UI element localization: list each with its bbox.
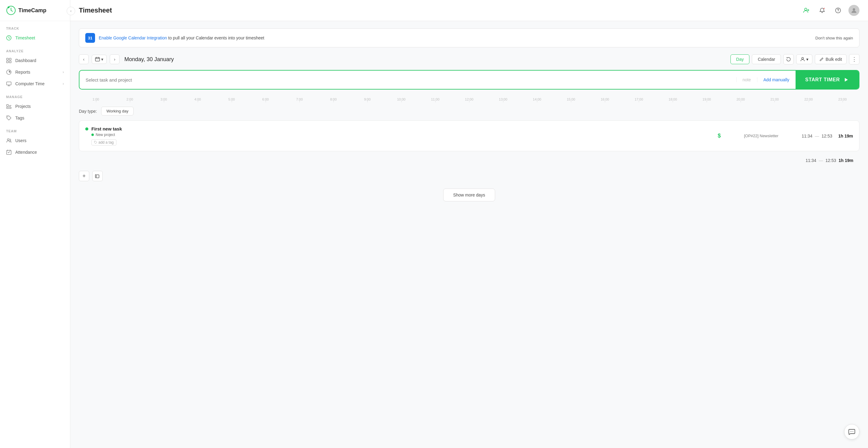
add-tag-button[interactable]: add a tag <box>91 139 117 146</box>
timer-note-label: note <box>736 77 757 82</box>
timeline-hour-label: 13:00 <box>486 97 520 101</box>
timeline-hour-label: 19:00 <box>690 97 724 101</box>
sidebar-item-timesheet[interactable]: Timesheet <box>0 32 70 44</box>
show-more-days-button[interactable]: Show more days <box>443 189 495 201</box>
add-user-button[interactable] <box>801 5 812 16</box>
sidebar-item-users[interactable]: Users <box>0 135 70 147</box>
start-timer-button[interactable]: START TIMER <box>796 71 859 89</box>
topbar-actions <box>801 5 860 16</box>
svg-rect-9 <box>7 104 8 106</box>
svg-point-14 <box>805 8 807 10</box>
timecamp-logo-icon <box>6 5 16 15</box>
timeline-hour-label: 18:00 <box>656 97 690 101</box>
dashboard-icon <box>6 58 11 63</box>
timeline-hour-label: 12:00 <box>452 97 486 101</box>
svg-rect-3 <box>7 58 8 60</box>
user-filter-button[interactable]: ▾ <box>796 54 812 64</box>
calendar-icon: 31 <box>85 33 95 43</box>
day-view-button[interactable]: Day <box>731 54 750 64</box>
reports-chevron-icon: › <box>63 70 64 74</box>
play-icon <box>843 77 849 83</box>
projects-icon <box>6 104 11 109</box>
sidebar-item-computer-time[interactable]: Computer Time › <box>0 78 70 90</box>
task-status-dot <box>85 127 88 130</box>
copy-icon <box>95 173 100 179</box>
page-title: Timesheet <box>79 6 112 14</box>
copy-entry-button[interactable] <box>92 171 103 181</box>
timeline-hour-label: 21:00 <box>758 97 792 101</box>
timeline-hour-label: 2:00 <box>113 97 147 101</box>
timeline-hour-label: 22:00 <box>792 97 826 101</box>
task-project-input[interactable] <box>80 71 736 89</box>
clock-icon <box>6 35 11 41</box>
calendar-picker-icon <box>95 57 100 62</box>
computer-icon <box>6 81 11 87</box>
summary-dash: — <box>819 158 823 163</box>
billing-icon[interactable]: $ <box>718 133 721 139</box>
sidebar-toggle-button[interactable]: ‹ <box>67 7 75 15</box>
help-button[interactable] <box>833 5 843 16</box>
sidebar-item-attendance[interactable]: Attendance <box>0 147 70 158</box>
timeline-hour-label: 20:00 <box>724 97 758 101</box>
tag-add-label: add a tag <box>98 140 114 145</box>
edit-icon <box>819 57 824 61</box>
prev-day-button[interactable]: ‹ <box>79 54 89 64</box>
svg-point-19 <box>853 8 855 11</box>
day-type-label: Day type: <box>79 109 97 114</box>
user-icon <box>800 57 805 62</box>
svg-rect-8 <box>7 82 11 85</box>
sidebar-item-label-reports: Reports <box>15 70 30 74</box>
date-nav-right: Day Calendar ▾ <box>731 54 860 64</box>
task-time-info: 11:34 — 12:53 1h 19m <box>802 133 853 138</box>
svg-rect-5 <box>7 61 8 63</box>
sidebar-item-label-users: Users <box>15 138 27 143</box>
sidebar-item-dashboard[interactable]: Dashboard <box>0 55 70 66</box>
sidebar-item-label-dashboard: Dashboard <box>15 58 36 63</box>
timeline-hour-label: 3:00 <box>147 97 181 101</box>
current-date-label: Monday, 30 January <box>124 56 727 63</box>
sidebar-item-label-attendance: Attendance <box>15 150 37 155</box>
banner-text: Enable Google Calendar Integration to pu… <box>99 35 265 40</box>
users-icon <box>6 138 11 143</box>
timeline-hour-label: 8:00 <box>316 97 350 101</box>
svg-point-21 <box>802 58 804 59</box>
sidebar-item-reports[interactable]: Reports › <box>0 66 70 78</box>
calendar-picker-button[interactable]: ▾ <box>92 55 107 64</box>
banner-link[interactable]: Enable Google Calendar Integration <box>99 35 167 40</box>
add-manually-button[interactable]: Add manually <box>757 77 796 82</box>
google-calendar-banner: 31 Enable Google Calendar Integration to… <box>79 28 860 47</box>
day-type-button[interactable]: Working day <box>101 107 133 116</box>
task-entry-info: First new task New project add a tag <box>85 126 713 146</box>
notifications-button[interactable] <box>817 5 828 16</box>
sidebar-item-projects[interactable]: Projects <box>0 100 70 112</box>
sidebar-item-tags[interactable]: Tags <box>0 112 70 124</box>
banner-left: 31 Enable Google Calendar Integration to… <box>85 33 265 43</box>
svg-point-17 <box>838 11 838 12</box>
reports-icon <box>6 69 11 75</box>
sidebar-item-label-computer-time: Computer Time <box>15 81 44 86</box>
banner-dismiss-button[interactable]: Don't show this again <box>815 36 853 40</box>
task-description: [OP#22] Newsletter <box>744 133 778 138</box>
sidebar-item-label-tags: Tags <box>15 116 25 120</box>
refresh-button[interactable] <box>783 54 794 64</box>
person-add-icon <box>803 7 810 14</box>
main-content: Timesheet <box>70 0 868 448</box>
sidebar: TimeCamp TRACK Timesheet ANALYZE Dashboa… <box>0 0 70 448</box>
timeline-hour-label: 6:00 <box>248 97 282 101</box>
chat-button[interactable] <box>844 424 860 440</box>
computer-time-chevron-icon: › <box>63 82 64 86</box>
next-day-button[interactable]: › <box>110 54 120 64</box>
task-duration: 1h 19m <box>835 133 853 138</box>
summary-row: 11:34 — 12:53 1h 19m <box>79 155 860 166</box>
more-options-button[interactable]: ⋮ <box>849 54 860 64</box>
calendar-view-button[interactable]: Calendar <box>752 54 781 64</box>
help-icon <box>835 7 841 14</box>
avatar[interactable] <box>848 5 860 16</box>
logo: TimeCamp <box>0 0 70 21</box>
task-project-label: New project <box>96 133 115 137</box>
topbar: Timesheet <box>70 0 868 21</box>
chevron-down-icon: ▾ <box>101 57 103 62</box>
add-entry-button[interactable]: + <box>79 171 89 181</box>
bulk-edit-button[interactable]: Bulk edit <box>815 54 847 64</box>
svg-rect-6 <box>9 61 11 63</box>
